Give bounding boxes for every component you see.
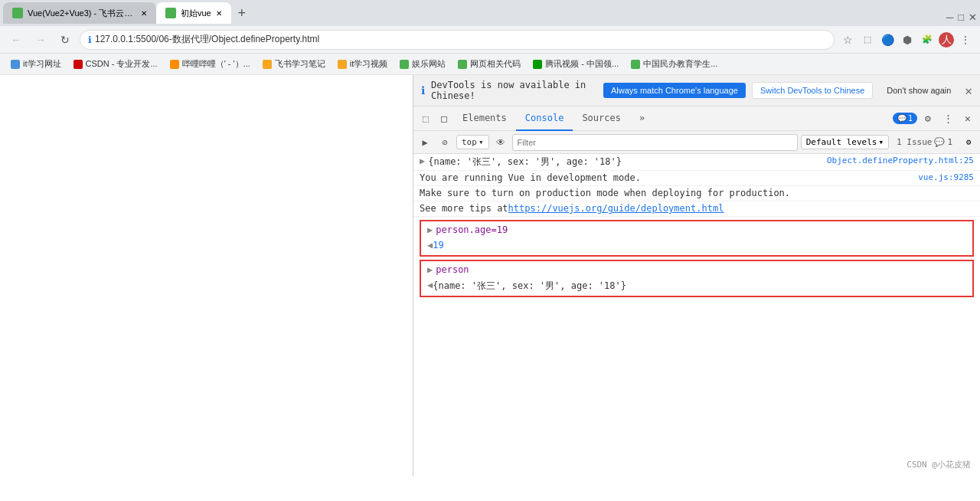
bookmarks-bar: it学习网址 CSDN - 专业开发... 哔哩哔哩（' - '）... 飞书学… (0, 54, 980, 75)
bookmark-webcode-label: 网页相关代码 (470, 58, 521, 70)
console-vue-deployment-link[interactable]: https://vuejs.org/guide/deployment.html (508, 203, 724, 214)
console-line-4: See more tips at https://vuejs.org/guide… (413, 201, 980, 217)
watermark: CSDN @小花皮猪 (906, 459, 971, 470)
red-box-2-line2: ◀ {name: '张三', sex: '男', age: '18'} (421, 278, 972, 294)
notification-info-icon: ℹ (421, 84, 425, 97)
person-label: person (436, 264, 469, 275)
person-object-text: {name: '张三', sex: '男', age: '18'} (433, 280, 626, 293)
issue-badge-icon: 💬 (934, 137, 945, 147)
person-age-text: person.age=19 (436, 224, 508, 235)
url-bar[interactable]: ℹ 127.0.0.1:5500/06-数据代理/Object.definePr… (80, 30, 835, 50)
tab2-label: 初始vue (181, 8, 211, 19)
bookmark-bilibili[interactable]: 哔哩哔哩（' - '）... (165, 57, 255, 71)
bookmark-entertainment[interactable]: 娱乐网站 (395, 57, 450, 71)
console-levels-button[interactable]: Default levels ▾ (801, 135, 889, 149)
console-filter-input[interactable] (512, 134, 798, 151)
extension2-icon[interactable]: 🔵 (879, 31, 896, 48)
window-close-icon[interactable]: ✕ (969, 11, 977, 23)
collapse-icon-2[interactable]: ◀ (427, 280, 433, 290)
bookmark-it-video[interactable]: it学习视频 (333, 57, 393, 71)
devtools-notification: ℹ DevTools is now available in Chinese! … (413, 75, 980, 106)
ssl-icon: ℹ (88, 34, 92, 45)
console-top-button[interactable]: top ▾ (456, 135, 489, 149)
window-minimize-icon[interactable]: ─ (946, 11, 953, 23)
console-line-1-link[interactable]: Object.defineProperty.html:25 (827, 156, 974, 165)
issue-badge-count: 1 (947, 137, 952, 147)
window-maximize-icon[interactable]: □ (958, 11, 964, 23)
console-issue-button[interactable]: 1 Issue 💬 1 (892, 136, 957, 149)
issue-count-label: 1 Issue (897, 137, 932, 147)
bookmark-csdn[interactable]: CSDN - 专业开发... (69, 57, 162, 71)
devtools-tabs: ⬚ □ Elements Console Sources » 💬 1 ⚙ ⋮ ✕ (413, 106, 980, 131)
console-vue-line1: You are running Vue in development mode. (420, 172, 641, 183)
console-clear-icon[interactable]: ⊘ (436, 134, 453, 151)
console-toolbar: ▶ ⊘ top ▾ 👁 Default levels ▾ 1 Issue 💬 1… (413, 131, 980, 154)
menu-icon[interactable]: ⋮ (957, 31, 974, 48)
bookmark-webcode[interactable]: 网页相关代码 (453, 57, 525, 71)
bookmark-it-study-label: it学习网址 (23, 58, 61, 70)
console-play-icon[interactable]: ▶ (416, 134, 433, 151)
page-area (0, 75, 413, 476)
dont-show-again-button[interactable]: Don't show again (879, 83, 959, 98)
profile-icon[interactable]: 人 (939, 32, 954, 47)
console-eye-icon[interactable]: 👁 (492, 134, 509, 151)
tab1[interactable]: Vue(Vue2+Vue3) - 飞书云文档 ✕ (3, 2, 156, 24)
devtools-close-icon[interactable]: ✕ (959, 110, 977, 128)
devtools-tab-icons: 💬 1 ⚙ ⋮ ✕ (893, 110, 977, 128)
switch-to-chinese-button[interactable]: Switch DevTools to Chinese (752, 82, 873, 99)
bookmark-icon[interactable]: ☆ (839, 31, 856, 48)
devtools-settings-icon[interactable]: ⚙ (919, 110, 937, 128)
badge-count: 1 (908, 114, 913, 123)
expand-person-icon[interactable]: ▶ (427, 264, 433, 275)
url-icons: ☆ ⬚ 🔵 ⬢ 🧩 人 ⋮ (839, 31, 974, 48)
expand-person-age-icon[interactable]: ▶ (427, 224, 433, 235)
refresh-button[interactable]: ↻ (55, 30, 75, 50)
bookmark-edu[interactable]: 中国民办教育学生... (626, 57, 722, 71)
extension3-icon[interactable]: ⬢ (899, 31, 916, 48)
tab1-close-icon[interactable]: ✕ (141, 9, 147, 18)
extension1-icon[interactable]: ⬚ (859, 31, 876, 48)
main-area: ℹ DevTools is now available in Chinese! … (0, 75, 980, 476)
notification-close-icon[interactable]: ✕ (965, 84, 972, 98)
bookmark-tencent-video[interactable]: 腾讯视频 - 中国领... (528, 57, 623, 71)
console-levels-chevron-icon: ▾ (878, 137, 884, 147)
tab-elements[interactable]: Elements (453, 106, 516, 131)
back-button[interactable]: ← (6, 30, 26, 50)
bookmark-feishu-label: 飞书学习笔记 (275, 58, 325, 70)
inspect-element-icon[interactable]: ⬚ (416, 110, 435, 128)
console-line-2: You are running Vue in development mode.… (413, 171, 980, 186)
console-levels-label: Default levels (806, 137, 877, 147)
forward-button[interactable]: → (31, 30, 51, 50)
console-settings-icon[interactable]: ⚙ (960, 134, 977, 151)
new-tab-btn[interactable]: + (231, 2, 253, 24)
console-vue-line2: Make sure to turn on production mode whe… (420, 188, 790, 198)
bookmark-entertainment-label: 娱乐网站 (412, 58, 446, 70)
console-line-2-link[interactable]: vue.js:9285 (918, 172, 974, 182)
red-box-1-line1: ▶ person.age=19 (421, 223, 972, 238)
expand-object-icon[interactable]: ▶ (420, 156, 425, 166)
badge-message-icon: 💬 (897, 114, 906, 123)
always-match-language-button[interactable]: Always match Chrome's language (603, 83, 746, 98)
bookmark-edu-label: 中国民办教育学生... (643, 58, 717, 70)
tab-more[interactable]: » (630, 106, 654, 131)
collapse-icon-1[interactable]: ◀ (427, 240, 433, 250)
url-text: 127.0.0.1:5500/06-数据代理/Object.defineProp… (95, 33, 319, 46)
notification-text: DevTools is now available in Chinese! (431, 80, 597, 101)
device-toggle-icon[interactable]: □ (435, 110, 453, 128)
address-bar: ← → ↻ ℹ 127.0.0.1:5500/06-数据代理/Object.de… (0, 26, 980, 54)
tab2-close-icon[interactable]: ✕ (216, 9, 222, 18)
console-top-chevron-icon: ▾ (479, 137, 484, 147)
tab-console[interactable]: Console (516, 106, 573, 131)
tab-sources[interactable]: Sources (573, 106, 630, 131)
red-box-2-line1: ▶ person (421, 263, 972, 278)
devtools-panel: ℹ DevTools is now available in Chinese! … (413, 75, 980, 476)
bookmark-it-video-label: it学习视频 (350, 58, 388, 70)
console-object-text: {name: '张三', sex: '男', age: '18'} (428, 156, 622, 169)
devtools-more-icon[interactable]: ⋮ (939, 110, 957, 128)
bookmark-it-study[interactable]: it学习网址 (6, 57, 66, 71)
person-age-value: 19 (433, 240, 443, 250)
extensions-icon[interactable]: 🧩 (919, 31, 936, 48)
tab2[interactable]: 初始vue ✕ (156, 2, 231, 24)
console-top-label: top (462, 137, 477, 147)
bookmark-feishu[interactable]: 飞书学习笔记 (258, 57, 330, 71)
